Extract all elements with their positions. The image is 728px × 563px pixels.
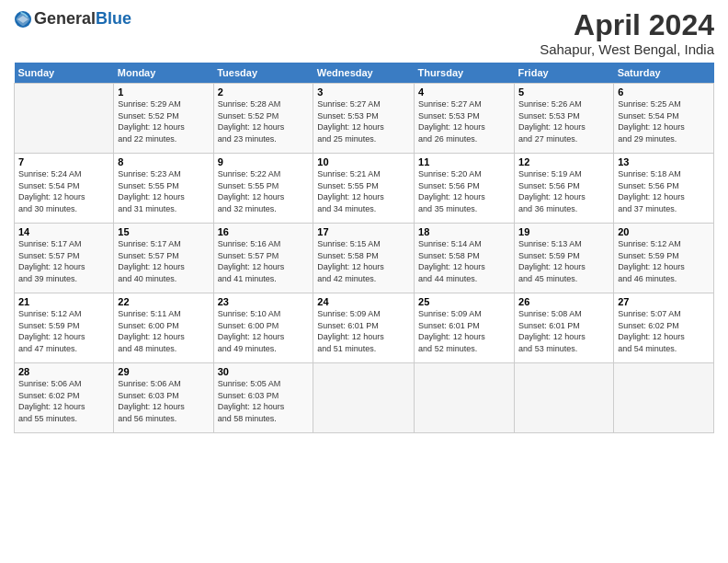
day-number: 19 — [518, 226, 609, 237]
day-info: Sunrise: 5:07 AM Sunset: 6:02 PM Dayligh… — [618, 308, 710, 354]
day-info: Sunrise: 5:12 AM Sunset: 5:59 PM Dayligh… — [18, 308, 109, 354]
calendar-cell-1-0: 7Sunrise: 5:24 AM Sunset: 5:54 PM Daylig… — [15, 154, 114, 224]
day-info: Sunrise: 5:15 AM Sunset: 5:58 PM Dayligh… — [317, 238, 410, 284]
calendar-cell-2-1: 15Sunrise: 5:17 AM Sunset: 5:57 PM Dayli… — [114, 224, 213, 293]
day-number: 8 — [118, 156, 209, 167]
logo-icon — [14, 10, 32, 29]
day-info: Sunrise: 5:08 AM Sunset: 6:01 PM Dayligh… — [518, 308, 609, 354]
day-number: 29 — [118, 366, 209, 377]
calendar-cell-4-5 — [515, 363, 614, 433]
day-number: 10 — [317, 156, 410, 167]
calendar-cell-2-3: 17Sunrise: 5:15 AM Sunset: 5:58 PM Dayli… — [313, 224, 415, 293]
calendar-cell-1-2: 9Sunrise: 5:22 AM Sunset: 5:55 PM Daylig… — [213, 154, 313, 224]
calendar-cell-3-6: 27Sunrise: 5:07 AM Sunset: 6:02 PM Dayli… — [614, 293, 714, 363]
day-number: 30 — [218, 366, 310, 377]
day-info: Sunrise: 5:23 AM Sunset: 5:55 PM Dayligh… — [118, 168, 209, 214]
calendar-cell-4-0: 28Sunrise: 5:06 AM Sunset: 6:02 PM Dayli… — [15, 363, 114, 433]
day-number: 1 — [118, 86, 209, 98]
day-number: 15 — [118, 226, 209, 237]
day-number: 11 — [418, 156, 510, 167]
day-info: Sunrise: 5:13 AM Sunset: 5:59 PM Dayligh… — [518, 238, 609, 284]
calendar-cell-2-2: 16Sunrise: 5:16 AM Sunset: 5:57 PM Dayli… — [213, 224, 313, 293]
day-number: 21 — [18, 296, 109, 307]
header-thursday: Thursday — [415, 63, 515, 84]
calendar-cell-2-5: 19Sunrise: 5:13 AM Sunset: 5:59 PM Dayli… — [515, 224, 614, 293]
day-number: 22 — [118, 296, 209, 307]
calendar-cell-0-0 — [15, 84, 114, 154]
header-sunday: Sunday — [15, 63, 114, 84]
day-number: 20 — [618, 226, 710, 237]
day-info: Sunrise: 5:26 AM Sunset: 5:53 PM Dayligh… — [518, 98, 609, 144]
calendar-cell-1-5: 12Sunrise: 5:19 AM Sunset: 5:56 PM Dayli… — [515, 154, 614, 224]
calendar-cell-0-5: 5Sunrise: 5:26 AM Sunset: 5:53 PM Daylig… — [515, 84, 614, 154]
days-header-row: Sunday Monday Tuesday Wednesday Thursday… — [15, 63, 714, 84]
logo-general: General — [34, 9, 96, 28]
calendar-cell-4-2: 30Sunrise: 5:05 AM Sunset: 6:03 PM Dayli… — [213, 363, 313, 433]
day-info: Sunrise: 5:09 AM Sunset: 6:01 PM Dayligh… — [418, 308, 510, 354]
calendar-cell-1-4: 11Sunrise: 5:20 AM Sunset: 5:56 PM Dayli… — [415, 154, 515, 224]
header-friday: Friday — [515, 63, 614, 84]
header-saturday: Saturday — [614, 63, 714, 84]
week-row-2: 7Sunrise: 5:24 AM Sunset: 5:54 PM Daylig… — [15, 154, 714, 224]
day-number: 4 — [418, 86, 510, 98]
day-info: Sunrise: 5:27 AM Sunset: 5:53 PM Dayligh… — [418, 98, 510, 144]
day-info: Sunrise: 5:05 AM Sunset: 6:03 PM Dayligh… — [218, 378, 310, 424]
day-info: Sunrise: 5:18 AM Sunset: 5:56 PM Dayligh… — [618, 168, 710, 214]
day-number: 6 — [618, 86, 710, 98]
calendar-cell-4-1: 29Sunrise: 5:06 AM Sunset: 6:03 PM Dayli… — [114, 363, 213, 433]
week-row-3: 14Sunrise: 5:17 AM Sunset: 5:57 PM Dayli… — [15, 224, 714, 293]
day-info: Sunrise: 5:24 AM Sunset: 5:54 PM Dayligh… — [18, 168, 109, 214]
calendar-table: Sunday Monday Tuesday Wednesday Thursday… — [14, 63, 714, 433]
day-info: Sunrise: 5:12 AM Sunset: 5:59 PM Dayligh… — [618, 238, 710, 284]
day-number: 14 — [18, 226, 109, 237]
logo: GeneralBlue — [14, 9, 131, 29]
location-title: Sahapur, West Bengal, India — [540, 41, 714, 57]
calendar-cell-2-6: 20Sunrise: 5:12 AM Sunset: 5:59 PM Dayli… — [614, 224, 714, 293]
day-info: Sunrise: 5:17 AM Sunset: 5:57 PM Dayligh… — [18, 238, 109, 284]
header-monday: Monday — [114, 63, 213, 84]
calendar-cell-4-3 — [313, 363, 415, 433]
calendar-cell-3-5: 26Sunrise: 5:08 AM Sunset: 6:01 PM Dayli… — [515, 293, 614, 363]
day-number: 3 — [317, 86, 410, 98]
day-info: Sunrise: 5:11 AM Sunset: 6:00 PM Dayligh… — [118, 308, 209, 354]
calendar-cell-3-0: 21Sunrise: 5:12 AM Sunset: 5:59 PM Dayli… — [15, 293, 114, 363]
day-number: 13 — [618, 156, 710, 167]
week-row-4: 21Sunrise: 5:12 AM Sunset: 5:59 PM Dayli… — [15, 293, 714, 363]
day-info: Sunrise: 5:21 AM Sunset: 5:55 PM Dayligh… — [317, 168, 410, 214]
calendar-cell-3-4: 25Sunrise: 5:09 AM Sunset: 6:01 PM Dayli… — [415, 293, 515, 363]
day-info: Sunrise: 5:14 AM Sunset: 5:58 PM Dayligh… — [418, 238, 510, 284]
day-number: 5 — [518, 86, 609, 98]
day-info: Sunrise: 5:17 AM Sunset: 5:57 PM Dayligh… — [118, 238, 209, 284]
calendar-cell-3-2: 23Sunrise: 5:10 AM Sunset: 6:00 PM Dayli… — [213, 293, 313, 363]
day-info: Sunrise: 5:16 AM Sunset: 5:57 PM Dayligh… — [218, 238, 310, 284]
week-row-1: 1Sunrise: 5:29 AM Sunset: 5:52 PM Daylig… — [15, 84, 714, 154]
header-tuesday: Tuesday — [213, 63, 313, 84]
calendar-cell-4-6 — [614, 363, 714, 433]
day-number: 17 — [317, 226, 410, 237]
day-info: Sunrise: 5:09 AM Sunset: 6:01 PM Dayligh… — [317, 308, 410, 354]
calendar-cell-3-1: 22Sunrise: 5:11 AM Sunset: 6:00 PM Dayli… — [114, 293, 213, 363]
calendar-cell-2-4: 18Sunrise: 5:14 AM Sunset: 5:58 PM Dayli… — [415, 224, 515, 293]
day-info: Sunrise: 5:27 AM Sunset: 5:53 PM Dayligh… — [317, 98, 410, 144]
calendar-cell-0-1: 1Sunrise: 5:29 AM Sunset: 5:52 PM Daylig… — [114, 84, 213, 154]
header: GeneralBlue April 2024 Sahapur, West Ben… — [14, 9, 714, 57]
day-number: 9 — [218, 156, 310, 167]
calendar-cell-2-0: 14Sunrise: 5:17 AM Sunset: 5:57 PM Dayli… — [15, 224, 114, 293]
calendar-cell-1-3: 10Sunrise: 5:21 AM Sunset: 5:55 PM Dayli… — [313, 154, 415, 224]
calendar-cell-1-1: 8Sunrise: 5:23 AM Sunset: 5:55 PM Daylig… — [114, 154, 213, 224]
day-number: 2 — [218, 86, 310, 98]
day-info: Sunrise: 5:06 AM Sunset: 6:03 PM Dayligh… — [118, 378, 209, 424]
day-number: 18 — [418, 226, 510, 237]
day-info: Sunrise: 5:20 AM Sunset: 5:56 PM Dayligh… — [418, 168, 510, 214]
day-info: Sunrise: 5:06 AM Sunset: 6:02 PM Dayligh… — [18, 378, 109, 424]
day-number: 23 — [218, 296, 310, 307]
month-title: April 2024 — [540, 9, 714, 41]
calendar-container: GeneralBlue April 2024 Sahapur, West Ben… — [0, 0, 728, 442]
title-block: April 2024 Sahapur, West Bengal, India — [540, 9, 714, 57]
logo-text: GeneralBlue — [34, 9, 131, 29]
calendar-cell-1-6: 13Sunrise: 5:18 AM Sunset: 5:56 PM Dayli… — [614, 154, 714, 224]
logo-blue: Blue — [96, 9, 131, 28]
day-number: 25 — [418, 296, 510, 307]
calendar-cell-0-3: 3Sunrise: 5:27 AM Sunset: 5:53 PM Daylig… — [313, 84, 415, 154]
day-info: Sunrise: 5:29 AM Sunset: 5:52 PM Dayligh… — [118, 98, 209, 144]
